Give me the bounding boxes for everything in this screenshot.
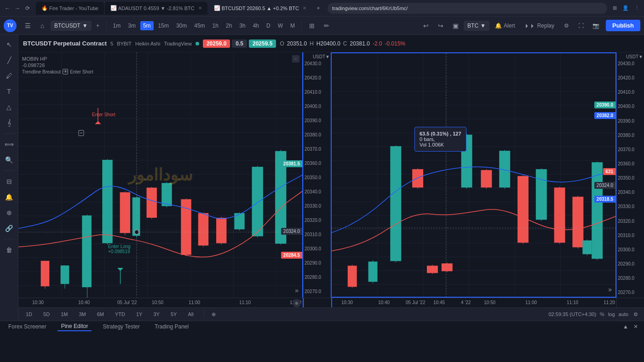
tab-trading-panel[interactable]: Trading Panel (151, 322, 192, 331)
forward-icon[interactable]: → (14, 5, 21, 12)
current-price-white[interactable]: 0.5 (232, 40, 247, 48)
tab-pine-editor[interactable]: Pine Editor (58, 322, 92, 331)
address-bar[interactable]: tradingview.com/chart/6KrUb5mc/ (328, 3, 607, 14)
fullscreen-icon[interactable]: ⛶ (575, 19, 587, 32)
panel-maximize-icon[interactable]: ▲ (622, 323, 629, 330)
cursor-tool-icon[interactable]: ↖ (2, 38, 16, 51)
period-1m[interactable]: 1M (58, 311, 70, 318)
enter-long-value: +0.098519 (108, 249, 131, 254)
tf-2h[interactable]: 2h (223, 21, 235, 30)
undo-icon[interactable]: ↩ (420, 19, 432, 32)
tf-5m[interactable]: 5m (140, 21, 154, 30)
drawing-tools-icon[interactable]: ✏ (320, 19, 333, 32)
brush-tool-icon[interactable]: 🖊 (2, 69, 16, 83)
text-tool-icon[interactable]: T (2, 85, 16, 98)
ohlc-open-label: O (280, 40, 284, 47)
expand-right-chart-icon[interactable]: » (608, 286, 612, 293)
add-symbol-button[interactable]: + (93, 21, 103, 30)
shapes-tool-icon[interactable]: △ (2, 100, 16, 114)
measure-tool-icon[interactable]: ⟺ (2, 137, 16, 151)
trash-icon[interactable]: 🗑 (2, 243, 16, 257)
replay-button[interactable]: ⏵⏵ Replay (521, 21, 558, 31)
period-1y[interactable]: 1Y (133, 311, 145, 318)
right-chart-panel[interactable]: 63.5 (0.31%) , 127 0 bars, Vol 1.006K 20… (331, 52, 616, 298)
period-ytd[interactable]: YTD (112, 311, 128, 318)
period-1d[interactable]: 1D (23, 311, 35, 318)
tab-youtube[interactable]: 🔥 Fire Trader - YouTube (36, 2, 104, 15)
period-all[interactable]: All (185, 311, 196, 318)
period-6m[interactable]: 6M (94, 311, 107, 318)
online-indicator (196, 42, 199, 45)
fibonacci-tool-icon[interactable]: 𝄞 (2, 116, 16, 130)
tab-trading-panel-label: Trading Panel (155, 323, 189, 330)
left-chart-panel[interactable]: سوداامور MOBIN HP -0.098726 Trendline Br… (18, 52, 303, 298)
period-5d[interactable]: 5D (40, 311, 52, 318)
line-tool-icon[interactable]: ╱ (2, 53, 16, 67)
period-3m[interactable]: 3M (76, 311, 88, 318)
r-price-label: 20300.0 (618, 247, 643, 252)
profile-icon[interactable]: 👤 (622, 5, 629, 12)
period-3y[interactable]: 3Y (150, 311, 162, 318)
extensions-icon[interactable]: ⊞ (611, 5, 618, 12)
tf-1h[interactable]: 1h (210, 21, 221, 30)
r-price-label: 20430.0 (618, 61, 643, 66)
tf-3m[interactable]: 3m (125, 21, 138, 30)
tab-youtube-label: Fire Trader - YouTube (49, 6, 98, 11)
tf-3h[interactable]: 3h (236, 21, 248, 30)
minimize-pane-icon[interactable]: − (292, 55, 299, 62)
tf-1m[interactable]: 1m (110, 21, 124, 30)
tab-btc[interactable]: 📈 BTCUSDT 20260.5 ▲ +0.2% BTC ✕ (208, 2, 312, 15)
compare-icon[interactable]: ⊕ (212, 311, 216, 317)
tab-forex-screener[interactable]: Forex Screener (5, 322, 50, 331)
ticker-selector[interactable]: BTCUSDT ▼ (51, 21, 92, 31)
svg-rect-37 (147, 187, 157, 218)
r-time-label-7: 11:00 (525, 300, 537, 305)
chart-settings-icon[interactable]: ⚙ (632, 311, 639, 318)
currency-selector[interactable]: BTC ▼ (464, 21, 489, 31)
alert-button[interactable]: 🔔 Alert (491, 21, 519, 31)
tf-w[interactable]: W (275, 21, 286, 30)
tab-ada-close[interactable]: ✕ (198, 6, 202, 11)
menu-icon[interactable]: ⋮ (633, 5, 640, 12)
tab-btc-close[interactable]: ✕ (303, 6, 306, 11)
tf-45m[interactable]: 45m (191, 21, 207, 30)
expand-chart-icon[interactable]: » (295, 287, 299, 294)
watchlist-icon[interactable]: ⊟ (2, 175, 16, 188)
alerts-icon[interactable]: 🔔 (2, 190, 16, 204)
tf-d[interactable]: D (264, 21, 273, 30)
publish-button[interactable]: Publish (606, 20, 640, 31)
hamburger-menu-icon[interactable]: ☰ (21, 19, 34, 32)
current-price-red[interactable]: 20259.0 (203, 40, 230, 48)
tab-strategy-tester[interactable]: Strategy Tester (99, 322, 143, 331)
tf-m[interactable]: M (288, 21, 298, 30)
price-inputs: 20259.0 0.5 20259.5 (203, 40, 276, 48)
tab-ada[interactable]: 📈 ADAUSDT 0.4559 ▼ -2.81% BTC ✕ (105, 2, 207, 15)
link-icon[interactable]: 🔗 (2, 221, 16, 235)
tf-30m[interactable]: 30m (173, 21, 190, 30)
tf-4h[interactable]: 4h (250, 21, 262, 30)
layout-icon[interactable]: ▣ (449, 19, 462, 32)
settings-icon[interactable]: ⚙ (560, 19, 573, 32)
home-icon[interactable]: ⌂ (36, 19, 49, 32)
zoom-tool-icon[interactable]: 🔍 (2, 153, 16, 167)
strategy-icon[interactable]: ⊕ (2, 206, 16, 220)
separator-1 (106, 21, 107, 30)
ohlc-info: O 20351.0 H H20400.0 C 20381.0 -2.0 -0.0… (280, 40, 405, 47)
svg-rect-45 (216, 218, 226, 243)
r-time-label-3: 05 Jul '22 (406, 300, 426, 305)
current-price-teal[interactable]: 20259.5 (249, 40, 276, 48)
redo-icon[interactable]: ↪ (434, 19, 447, 32)
svg-rect-106 (554, 187, 565, 243)
snapshot-icon[interactable]: 📷 (589, 19, 602, 32)
back-icon[interactable]: ← (4, 5, 11, 12)
period-5y[interactable]: 5Y (168, 311, 179, 318)
new-tab-button[interactable]: + (313, 3, 324, 14)
locate-button[interactable]: ⊕ (293, 299, 301, 307)
reload-icon[interactable]: ⟳ (24, 5, 31, 12)
tf-15m[interactable]: 15m (155, 21, 172, 30)
indicator-name: MOBIN HP (22, 56, 47, 62)
indicator-eye-icon[interactable]: 👁 (63, 69, 68, 74)
chart-type-icon[interactable]: ⊞ (305, 19, 318, 32)
tv-logo[interactable]: TV (4, 19, 17, 32)
panel-close-icon[interactable]: ✕ (632, 323, 639, 330)
